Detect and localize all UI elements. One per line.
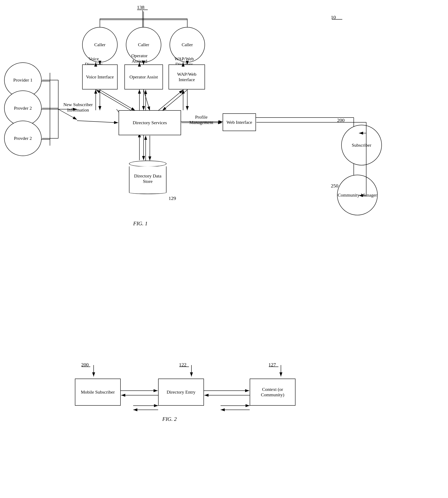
cylinder-bottom [129, 191, 166, 194]
provider-3-circle: Provder 2 [4, 121, 42, 156]
diagram-container: 10 138 Caller Caller Caller VoiceDirecto… [0, 0, 448, 498]
svg-line-49 [77, 121, 118, 123]
fig1-label: FIG. 1 [133, 220, 147, 227]
ref-10: 10 [331, 15, 336, 20]
ref-127-line [277, 365, 285, 377]
directory-data-store-cylinder: Directory Data Store [129, 160, 166, 194]
ref-200-fig2: 200 [81, 362, 89, 368]
fig2-label: FIG. 2 [162, 416, 177, 422]
ref-129: 129 [169, 196, 176, 201]
wap-web-interface-box: WAP/Web Interface [169, 64, 205, 90]
cylinder-body: Directory Data Store [129, 166, 166, 191]
subscriber-circle: Subscriber [341, 125, 382, 165]
voice-interface-box: Voice Interface [82, 64, 118, 90]
ref-127: 127 [268, 362, 276, 368]
ref-200-line [89, 365, 98, 377]
fig2-arrows [0, 0, 448, 498]
directory-entry-box: Directory Entry [158, 379, 204, 406]
operator-assist-box: Operator Assist [125, 64, 163, 90]
svg-line-76 [158, 90, 183, 111]
ref-138: 138 [137, 5, 144, 10]
ref-200-fig1: 200 [337, 118, 345, 123]
community-manager-circle: Community Manager [337, 175, 378, 215]
ref-122-line [187, 365, 196, 377]
ref-250: 250 [331, 183, 338, 189]
svg-line-72 [144, 90, 150, 111]
context-box: Context (or Community) [250, 379, 295, 406]
svg-line-73 [162, 90, 187, 111]
svg-overlay [0, 0, 448, 498]
svg-line-74 [96, 90, 131, 111]
profile-management-label: ProfileManagement [181, 114, 222, 125]
mobile-subscriber-box: Mobile Subscriber [75, 379, 121, 406]
ref-122: 122 [179, 362, 186, 368]
new-subscriber-info-label: New SubscriberInformation [55, 102, 101, 113]
cylinder-top [129, 161, 166, 167]
svg-line-71 [100, 90, 135, 111]
web-interface-box: Web Interface [223, 113, 256, 131]
directory-services-box: Directory Services [119, 110, 181, 135]
